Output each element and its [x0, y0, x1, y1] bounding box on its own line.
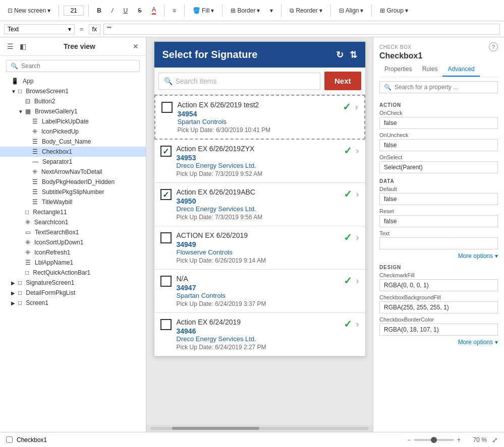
tab-rules[interactable]: Rules	[417, 62, 443, 77]
prop-value-default[interactable]	[379, 193, 498, 205]
list-item-row[interactable]: ACTION EX 6/26/2019 34949 Flowserve Cont…	[154, 226, 365, 270]
list-checkbox[interactable]	[160, 232, 172, 243]
fit-button[interactable]: ⤢	[492, 436, 498, 444]
align-btn[interactable]: ⊟ Align ▾	[335, 5, 367, 16]
list-item-actions: ✓ ›	[344, 188, 359, 200]
horizontal-scrollbar[interactable]	[146, 425, 373, 432]
list-item-company: Flowserve Controls	[177, 248, 339, 256]
close-icon[interactable]: ✕	[132, 41, 140, 51]
new-screen-button[interactable]: ⊡ New screen ▾	[4, 5, 54, 16]
tree-item-icon: ⁜	[32, 168, 37, 175]
menu-icon[interactable]: ☰	[6, 41, 15, 51]
checkmark-icon: ✓	[344, 145, 352, 157]
tree-item-icon-refresh[interactable]: ⁜ IconRefresh1	[0, 247, 146, 258]
italic-button[interactable]: /	[108, 5, 117, 16]
tree-item-screen1[interactable]: ▶ □ Screen1	[0, 298, 146, 308]
arrow-right-icon[interactable]: ›	[356, 189, 359, 200]
zoom-in-button[interactable]: +	[457, 436, 461, 443]
list-item-row[interactable]: Action EX 6/24/2019 34946 Dreco Energy S…	[154, 313, 365, 356]
prop-value-text[interactable]	[379, 237, 498, 249]
list-checkbox[interactable]	[160, 146, 172, 157]
formula-input[interactable]	[103, 24, 500, 35]
tree-item-icon-picked[interactable]: ⁜ IconPickedUp	[0, 126, 146, 137]
strikethrough-button[interactable]: S̶	[134, 5, 145, 16]
zoom-slider-thumb[interactable]	[431, 437, 437, 443]
list-checkbox[interactable]	[160, 189, 172, 200]
bold-button[interactable]: B	[93, 5, 105, 16]
prop-value-checkboxbordercolor[interactable]	[379, 324, 498, 336]
tree-item-subtitle-pkg[interactable]: ☰ SubtitlePkgSlipNumber	[0, 187, 146, 197]
prop-value-oncheck[interactable]	[379, 117, 498, 129]
zoom-out-button[interactable]: −	[407, 436, 411, 443]
font-size-input[interactable]	[64, 6, 84, 16]
search-input-area[interactable]: 🔍 Search items	[158, 73, 320, 90]
arrow-right-icon[interactable]: ›	[356, 276, 359, 286]
more-options-button[interactable]: More options▾	[379, 252, 498, 260]
fill-button[interactable]: 🪣 Fill ▾	[189, 5, 217, 16]
prop-value-onselect[interactable]	[379, 161, 498, 173]
tree-item-app[interactable]: 📱 App	[0, 76, 146, 86]
prop-value-checkboxbackgroundfill[interactable]	[379, 301, 498, 313]
tree-item-detail-form[interactable]: ▶ □ DetailFormPkgList	[0, 288, 146, 298]
right-search-input[interactable]	[395, 84, 493, 91]
tree-item-lbl-app[interactable]: ☰ LblAppName1	[0, 258, 146, 268]
tree-item-body-pkg[interactable]: ☰ BodyPkgHeaderID_Hidden	[0, 177, 146, 187]
tree-item-sig-screen[interactable]: ▶ □ SignatureScreen1	[0, 278, 146, 288]
more-options-button[interactable]: More options▾	[379, 339, 498, 346]
tree-item-next-arrow[interactable]: ⁜ NextArrowNavToDetail	[0, 167, 146, 177]
tree-item-browse-screen[interactable]: ▼ □ BrowseScreen1	[0, 86, 146, 96]
list-item-row[interactable]: Action EX 6/26/2019ZYX 34953 Dreco Energ…	[154, 140, 365, 183]
tree-item-title-waybill[interactable]: ☰ TitleWaybill	[0, 197, 146, 207]
zoom-slider[interactable]	[414, 439, 454, 441]
tree-search-box[interactable]: 🔍	[6, 60, 140, 72]
align-button[interactable]: ≡	[169, 5, 180, 16]
border-extra-button[interactable]: ▾	[266, 5, 276, 16]
list-item-id: 34949	[177, 240, 339, 248]
tree-item-rect11[interactable]: □ Rectangle11	[0, 207, 146, 217]
tree-item-text-search[interactable]: ▭ TextSearchBox1	[0, 227, 146, 237]
tab-advanced[interactable]: Advanced	[442, 62, 479, 77]
group-button[interactable]: ⊞ Group ▾	[376, 5, 411, 16]
border-button[interactable]: ⊞ Border ▾	[227, 5, 263, 16]
fx-button[interactable]: fx	[89, 24, 100, 34]
scrollbar-thumb[interactable]	[172, 427, 259, 430]
bottom-element-label: Checkbox1	[17, 436, 47, 443]
list-checkbox[interactable]	[161, 102, 173, 113]
next-button[interactable]: Next	[324, 72, 361, 90]
list-item-row[interactable]: Action EX 6/26/2019ABC 34950 Dreco Energ…	[154, 183, 365, 226]
tree-search-input[interactable]	[21, 62, 135, 70]
list-checkbox[interactable]	[160, 319, 172, 330]
tree-item-rect-quick[interactable]: □ RectQuickActionBar1	[0, 268, 146, 278]
bottom-checkbox[interactable]	[6, 436, 13, 443]
sort-icon[interactable]: ⇅	[350, 49, 357, 60]
tree-item-body-cust[interactable]: ☰ Body_Cust_Name	[0, 137, 146, 147]
tree-item-label-pickup[interactable]: ☰ LabelPickUpDate	[0, 116, 146, 126]
tree-item-checkbox1[interactable]: ☰ Checkbox1	[0, 147, 146, 157]
prop-value-onuncheck[interactable]	[379, 139, 498, 151]
underline-button[interactable]: U	[120, 5, 131, 16]
tree-item-browse-gallery[interactable]: ▼ ▦ BrowseGallery1	[0, 106, 146, 116]
group-icon: ⊞	[380, 7, 385, 14]
arrow-right-icon[interactable]: ›	[356, 232, 359, 243]
field-dropdown[interactable]: Text ▾	[4, 24, 75, 34]
tree-item-search-icon1[interactable]: ⁜ SearchIcon1	[0, 217, 146, 227]
right-search-box[interactable]: 🔍	[379, 81, 498, 93]
tree-item-separator1[interactable]: — Separator1	[0, 157, 146, 167]
layers-icon[interactable]: ◧	[19, 41, 27, 51]
tree-item-icon-sort[interactable]: ⁜ IconSortUpDown1	[0, 237, 146, 247]
arrow-right-icon[interactable]: ›	[355, 102, 358, 112]
app-header-title: Select for Signature	[162, 49, 258, 60]
help-icon[interactable]: ?	[489, 42, 498, 51]
refresh-icon[interactable]: ↻	[336, 49, 344, 60]
arrow-right-icon[interactable]: ›	[356, 146, 359, 156]
prop-value-reset[interactable]	[379, 215, 498, 227]
reorder-button[interactable]: ⧉ Reorder ▾	[286, 5, 325, 16]
tree-item-button2[interactable]: ⊡ Button2	[0, 96, 146, 106]
list-item-row[interactable]: Action EX 6/26/2019 test2 34954 Spartan …	[154, 95, 365, 140]
font-color-button[interactable]: A	[148, 4, 159, 17]
prop-value-checkmarkfill[interactable]	[379, 279, 498, 291]
tab-properties[interactable]: Properties	[379, 62, 417, 77]
list-checkbox[interactable]	[160, 276, 172, 287]
arrow-right-icon[interactable]: ›	[356, 319, 359, 330]
list-item-row[interactable]: N/A 34947 Spartan Controls Pick Up Date:…	[154, 270, 365, 313]
